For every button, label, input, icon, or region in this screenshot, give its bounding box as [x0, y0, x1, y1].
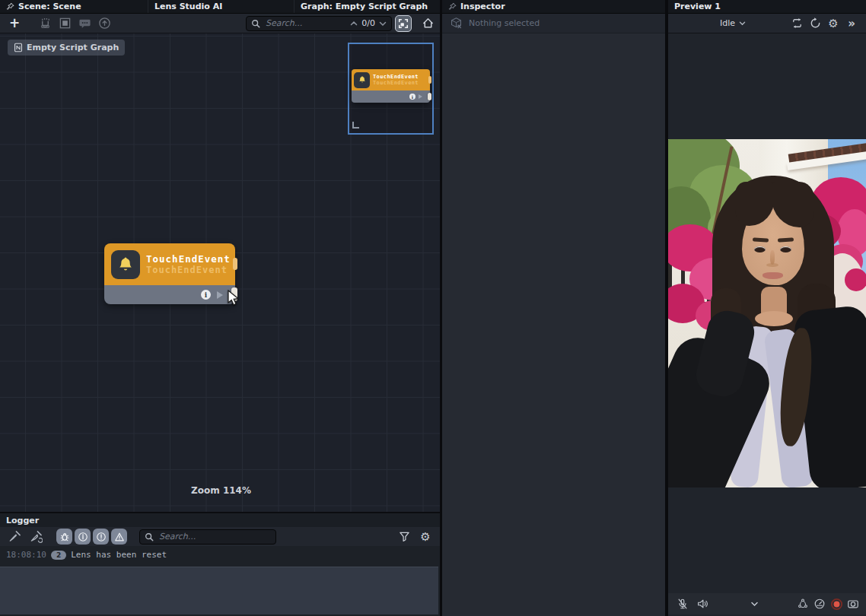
tracking-markers-button[interactable]: [794, 595, 811, 612]
node-body[interactable]: i: [104, 285, 235, 304]
frame-selection-button[interactable]: [56, 15, 73, 32]
more-options-button[interactable]: »: [843, 15, 860, 32]
search-match-counter: 0/0: [361, 18, 375, 28]
record-button[interactable]: [828, 595, 845, 612]
preview-settings-button[interactable]: ⚙: [825, 15, 842, 32]
filter-debug-toggle[interactable]: [56, 529, 72, 545]
tab-scene[interactable]: Scene: Scene: [0, 0, 148, 13]
gear-icon: ⚙: [420, 530, 430, 544]
minimap-node: TouchEndEvent TouchEndEvent i: [352, 69, 430, 103]
chevron-down-icon: [750, 601, 759, 607]
minimap-origin-mark: [352, 122, 359, 129]
exclamation-circle-icon: [96, 532, 107, 542]
frame-icon: [59, 17, 72, 30]
plus-icon: +: [9, 17, 20, 30]
info-icon[interactable]: i: [201, 290, 211, 300]
inspector-header: Inspector: [442, 0, 665, 14]
eye-left: [754, 246, 766, 252]
log-count-badge: 2: [51, 551, 66, 560]
log-entry[interactable]: 18:08:10 2 Lens has been reset: [0, 546, 440, 564]
inspector-empty-state: Nothing selected: [469, 18, 540, 28]
speaker-button[interactable]: [694, 595, 711, 612]
graph-canvas[interactable]: Empty Script Graph TouchEndEvent TouchEn…: [0, 33, 440, 513]
minimap-node-out-port: [428, 93, 431, 100]
log-filter-button[interactable]: [396, 529, 412, 545]
chevron-down-icon: [739, 21, 746, 26]
warning-triangle-icon: [114, 532, 125, 542]
minimap-node-title: TouchEndEvent: [373, 74, 419, 80]
preview-title: Preview 1: [674, 2, 721, 11]
broom-icon: [8, 530, 21, 543]
logger-search: [139, 529, 276, 545]
record-icon: [830, 598, 843, 611]
add-node-button[interactable]: +: [6, 15, 23, 32]
logger-empty-area: [0, 567, 438, 614]
minimap-node-header: TouchEndEvent TouchEndEvent: [352, 69, 430, 90]
tab-lens-studio-ai[interactable]: Lens Studio AI: [148, 0, 295, 13]
minimap-node-text: TouchEndEvent TouchEndEvent: [373, 74, 419, 86]
touch-end-event-node[interactable]: TouchEndEvent TouchEndEvent i: [104, 243, 235, 304]
tab-inspector[interactable]: Inspector: [442, 0, 511, 13]
no-selection-icon: [450, 17, 463, 30]
graph-breadcrumb[interactable]: Empty Script Graph: [8, 40, 125, 56]
filter-info-toggle[interactable]: [75, 529, 91, 545]
tab-lens-studio-ai-label: Lens Studio AI: [154, 2, 222, 11]
info-circle-icon: [78, 532, 88, 542]
filter-error-toggle[interactable]: [111, 529, 127, 545]
inspector-panel: Inspector Nothing selected: [442, 0, 666, 616]
script-graph-icon: [14, 43, 23, 52]
tab-scene-label: Scene: Scene: [18, 2, 81, 11]
microphone-mute-button[interactable]: [674, 595, 691, 612]
tab-preview[interactable]: Preview 1: [668, 0, 727, 13]
device-dropdown-button[interactable]: [746, 595, 763, 612]
logger-panel: Logger: [0, 513, 440, 616]
lens-studio-window: Scene: Scene Lens Studio AI Graph: Empty…: [0, 0, 866, 616]
node-exec-port[interactable]: [233, 258, 237, 270]
gear-icon: ⚙: [828, 17, 838, 30]
play-icon: [419, 94, 422, 99]
log-message: Lens has been reset: [71, 550, 167, 560]
logger-search-input[interactable]: [158, 531, 271, 542]
reset-preview-button[interactable]: [807, 15, 823, 32]
home-icon: [422, 17, 435, 30]
graph-search-input[interactable]: [264, 17, 346, 29]
clear-on-reset-button[interactable]: [27, 529, 44, 545]
preview-mode-dropdown[interactable]: Idle: [720, 18, 746, 28]
logger-settings-button[interactable]: ⚙: [417, 529, 434, 545]
chevron-up-icon[interactable]: [350, 21, 358, 27]
broom-reset-icon: [30, 530, 43, 543]
snapshot-button[interactable]: [845, 595, 861, 612]
bell-chip: [354, 72, 370, 88]
chip-icon: [39, 17, 52, 30]
node-text: TouchEndEvent TouchEndEvent: [146, 253, 231, 276]
performance-button[interactable]: [811, 595, 828, 612]
node-title: TouchEndEvent: [146, 253, 231, 265]
reload-lens-button[interactable]: [788, 15, 805, 32]
clear-log-button[interactable]: [6, 529, 23, 545]
bell-icon: [116, 256, 135, 274]
log-timestamp: 18:08:10: [6, 550, 46, 560]
add-comment-button[interactable]: [76, 15, 93, 32]
tab-graph[interactable]: Graph: Empty Script Graph: [295, 0, 442, 13]
mouse-cursor: [228, 290, 240, 306]
node-subtitle: TouchEndEvent: [146, 265, 231, 276]
lips: [763, 272, 783, 279]
filter-warning-toggle[interactable]: [93, 529, 109, 545]
fit-to-view-button[interactable]: [395, 15, 412, 32]
camera-icon: [847, 598, 859, 610]
node-header[interactable]: TouchEndEvent TouchEndEvent: [104, 243, 235, 285]
minimap-node-body: i: [352, 90, 430, 103]
speaker-icon: [696, 598, 708, 610]
graph-panel: Scene: Scene Lens Studio AI Graph: Empty…: [0, 0, 442, 33]
sync-icon: [791, 17, 804, 30]
debug-node-button[interactable]: [37, 15, 53, 32]
export-button[interactable]: [96, 15, 113, 32]
minimap[interactable]: TouchEndEvent TouchEndEvent i: [348, 43, 434, 135]
play-icon[interactable]: [217, 291, 223, 299]
graph-toolbar: + 0/0: [0, 14, 442, 33]
pin-icon: [6, 2, 14, 11]
search-icon: [145, 532, 154, 541]
home-view-button[interactable]: [419, 15, 436, 32]
chevron-down-icon[interactable]: [379, 21, 387, 27]
preview-camera-feed[interactable]: [668, 139, 866, 487]
